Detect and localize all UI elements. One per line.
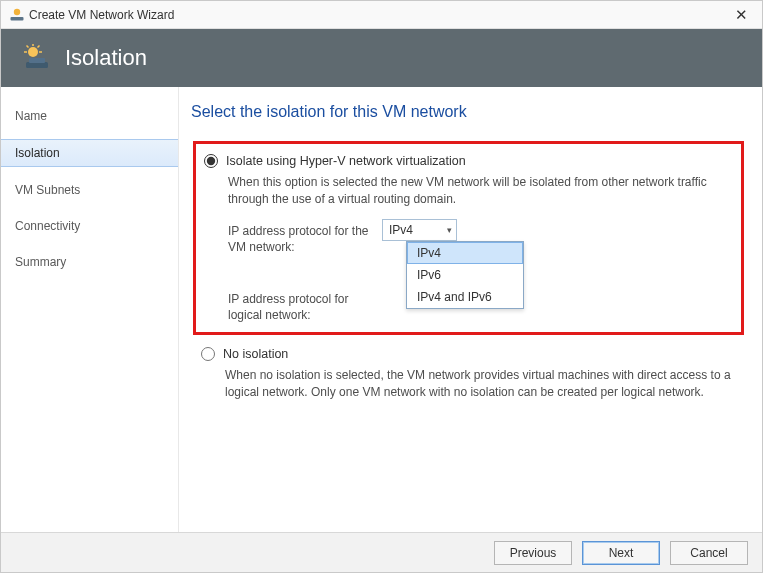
content-panel: Select the isolation for this VM network…	[179, 87, 762, 532]
no-isolation-description: When no isolation is selected, the VM ne…	[225, 367, 734, 402]
logical-protocol-label: IP address protocol for logical network:	[228, 287, 382, 323]
radio-isolate-label: Isolate using Hyper-V network virtualiza…	[226, 154, 466, 168]
option-no-isolation-block: No isolation When no isolation is select…	[193, 341, 744, 418]
svg-rect-4	[29, 58, 45, 63]
isolate-description: When this option is selected the new VM …	[228, 174, 731, 209]
vm-protocol-select[interactable]: IPv4 ▾	[382, 219, 457, 241]
banner-icon	[23, 44, 51, 72]
radio-no-isolation[interactable]	[201, 347, 215, 361]
banner-title: Isolation	[65, 45, 147, 71]
sidebar-item-isolation[interactable]: Isolation	[1, 139, 178, 167]
vm-protocol-dropdown[interactable]: IPv4 IPv6 IPv4 and IPv6	[406, 241, 524, 309]
wizard-steps-sidebar: Name Isolation VM Subnets Connectivity S…	[1, 87, 179, 532]
wizard-footer: Previous Next Cancel	[1, 532, 762, 572]
svg-rect-1	[11, 17, 24, 21]
cancel-button[interactable]: Cancel	[670, 541, 748, 565]
close-button[interactable]: ✕	[729, 6, 754, 24]
wizard-banner: Isolation	[1, 29, 762, 87]
option-isolate-block: Isolate using Hyper-V network virtualiza…	[193, 141, 744, 335]
dropdown-option-ipv4-ipv6[interactable]: IPv4 and IPv6	[407, 286, 523, 308]
dropdown-option-ipv6[interactable]: IPv6	[407, 264, 523, 286]
radio-no-isolation-label: No isolation	[223, 347, 288, 361]
next-button[interactable]: Next	[582, 541, 660, 565]
chevron-down-icon: ▾	[447, 225, 452, 235]
svg-point-2	[28, 47, 38, 57]
sidebar-item-summary[interactable]: Summary	[1, 249, 178, 275]
vm-protocol-label: IP address protocol for the VM network:	[228, 219, 382, 255]
title-bar: Create VM Network Wizard ✕	[1, 1, 762, 29]
dropdown-option-ipv4[interactable]: IPv4	[407, 242, 523, 264]
app-icon	[9, 7, 25, 23]
page-heading: Select the isolation for this VM network	[189, 103, 746, 121]
sidebar-item-vm-subnets[interactable]: VM Subnets	[1, 177, 178, 203]
window-title: Create VM Network Wizard	[25, 8, 729, 22]
radio-isolate-hyperv[interactable]	[204, 154, 218, 168]
sidebar-item-name[interactable]: Name	[1, 103, 178, 129]
svg-point-0	[14, 8, 20, 14]
vm-protocol-value: IPv4	[389, 223, 413, 237]
sidebar-item-connectivity[interactable]: Connectivity	[1, 213, 178, 239]
previous-button[interactable]: Previous	[494, 541, 572, 565]
